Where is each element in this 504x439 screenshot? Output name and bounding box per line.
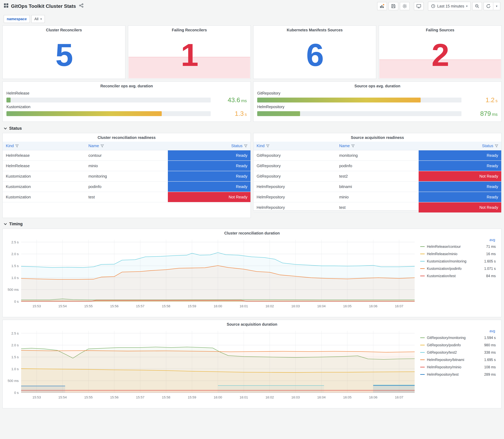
svg-text:15:59: 15:59 — [188, 304, 196, 308]
gauge-panel-reconciler-ops: Reconciler ops avg. duration HelmRelease… — [2, 81, 251, 122]
legend-series-name[interactable]: GitRepository/podinfo — [427, 343, 482, 347]
zoom-out-icon[interactable] — [472, 2, 482, 10]
svg-text:1.0 s: 1.0 s — [11, 367, 19, 371]
tv-mode-icon[interactable] — [414, 2, 424, 10]
table-row: HelmReleaseminioReady — [3, 161, 250, 171]
cell-name: monitoring — [336, 150, 419, 161]
gauge-label: GitRepository — [257, 91, 498, 96]
gauge-fill — [257, 111, 300, 116]
legend-item[interactable]: HelmRepository/test289 ms — [420, 371, 496, 378]
legend-series-name[interactable]: GitRepository/test2 — [427, 350, 482, 354]
variables-row: namespace All ▾ — [0, 12, 504, 25]
column-header-kind[interactable]: Kind — [3, 142, 85, 150]
timeseries-plot[interactable]: 15:5315:5415:5515:5615:5715:5815:5916:00… — [5, 237, 419, 310]
legend-series-name[interactable]: HelmRepository/test — [427, 372, 482, 377]
legend-series-name[interactable]: HelmRelease/minio — [427, 252, 484, 256]
svg-text:0 s: 0 s — [14, 391, 19, 395]
legend-series-name[interactable]: Kustomization/test — [427, 274, 484, 278]
legend-item[interactable]: HelmRepository/minio108 ms — [420, 364, 496, 371]
refresh-icon[interactable] — [483, 2, 493, 10]
chart-panel-cluster-reconciliation-duration: Cluster reconciliation duration 15:5315:… — [2, 229, 502, 317]
section-timing[interactable]: Timing — [2, 219, 502, 229]
filter-icon[interactable] — [15, 144, 19, 147]
cell-status: Ready — [419, 161, 501, 171]
table-row: HelmRepositorytestNot Ready — [254, 202, 501, 213]
cell-name: minio — [85, 161, 168, 171]
legend-series-avg: 1.071 s — [482, 267, 496, 271]
column-header-status[interactable]: Status — [168, 142, 250, 150]
settings-gear-icon[interactable] — [400, 2, 410, 10]
svg-text:16:02: 16:02 — [265, 395, 274, 399]
svg-text:15:55: 15:55 — [84, 304, 93, 308]
svg-text:15:54: 15:54 — [58, 304, 67, 308]
svg-text:16:01: 16:01 — [240, 304, 248, 308]
legend-item[interactable]: HelmRepository/bitnami1.695 s — [420, 356, 496, 364]
cell-status: Ready — [419, 192, 501, 202]
status-badge: Ready — [419, 192, 501, 202]
gauge-value: 43.6ms — [211, 96, 247, 104]
svg-text:2.0 s: 2.0 s — [11, 252, 19, 256]
cell-status: Not Ready — [168, 192, 250, 202]
filter-icon[interactable] — [495, 144, 498, 147]
legend-item[interactable]: GitRepository/test2338 ms — [420, 349, 496, 356]
save-dashboard-button[interactable] — [389, 2, 398, 10]
cell-name: podinfo — [85, 182, 168, 192]
column-header-kind[interactable]: Kind — [254, 142, 336, 150]
column-header-status[interactable]: Status — [419, 142, 501, 150]
column-header-name[interactable]: Name — [336, 142, 419, 150]
add-panel-button[interactable] — [377, 2, 387, 10]
legend-item[interactable]: Kustomization/podinfo1.071 s — [420, 265, 496, 272]
share-icon[interactable] — [79, 3, 84, 9]
panel-title: Cluster reconciliation duration — [3, 229, 501, 237]
chevron-down-icon — [4, 223, 7, 225]
cell-name: bitnami — [336, 182, 419, 192]
svg-text:1.5 s: 1.5 s — [11, 355, 19, 359]
filter-icon[interactable] — [266, 144, 270, 147]
cell-name: minio — [336, 192, 419, 202]
status-badge: Ready — [168, 171, 250, 181]
table-row: GitRepositorymonitoringReady — [254, 150, 501, 161]
section-status[interactable]: Status — [2, 123, 502, 133]
status-badge: Ready — [419, 161, 501, 171]
dashboards-icon — [4, 3, 9, 9]
variable-namespace-dropdown[interactable]: All ▾ — [31, 15, 45, 23]
legend-avg-header[interactable]: avg — [420, 329, 496, 334]
legend-series-name[interactable]: Kustomization/monitoring — [427, 259, 482, 263]
table-row: KustomizationpodinfoReady — [3, 182, 250, 192]
legend-series-name[interactable]: HelmRepository/bitnami — [427, 358, 482, 362]
legend-item[interactable]: HelmRelease/minio16 ms — [420, 250, 496, 257]
legend-series-name[interactable]: GitRepository/monitoring — [427, 336, 482, 340]
svg-text:500 ms: 500 ms — [8, 288, 19, 292]
cell-kind: HelmRelease — [3, 150, 85, 161]
variable-namespace-label[interactable]: namespace — [4, 15, 30, 23]
time-range-picker[interactable]: Last 15 minutes ▾ — [428, 2, 471, 11]
legend-item[interactable]: Kustomization/test84 ms — [420, 272, 496, 280]
cell-name: podinfo — [336, 161, 419, 171]
cell-name: test — [336, 202, 419, 213]
svg-text:500 ms: 500 ms — [8, 379, 19, 383]
svg-text:16:04: 16:04 — [317, 304, 326, 308]
cell-status: Ready — [168, 161, 250, 171]
gauge-value: 879ms — [461, 110, 498, 117]
filter-icon[interactable] — [244, 144, 247, 147]
stat-value: 2 — [379, 31, 501, 79]
svg-text:15:58: 15:58 — [162, 395, 170, 399]
legend-item[interactable]: GitRepository/podinfo980 ms — [420, 341, 496, 349]
svg-text:15:57: 15:57 — [136, 395, 144, 399]
filter-icon[interactable] — [100, 144, 104, 147]
timeseries-plot[interactable]: 15:5315:5415:5515:5615:5715:5815:5916:00… — [5, 328, 419, 401]
legend-avg-header[interactable]: avg — [420, 237, 496, 243]
caret-down-icon: ▾ — [40, 17, 42, 21]
gauge-label: HelmRelease — [6, 91, 247, 96]
legend-item[interactable]: HelmRelease/contour71 ms — [420, 243, 496, 250]
cell-status: Ready — [419, 182, 501, 192]
legend-item[interactable]: GitRepository/monitoring1.594 s — [420, 334, 496, 341]
legend-series-name[interactable]: Kustomization/podinfo — [427, 267, 482, 271]
legend-item[interactable]: Kustomization/monitoring1.605 s — [420, 257, 496, 265]
gauge-value: 1.3s — [211, 110, 247, 117]
legend-series-name[interactable]: HelmRepository/minio — [427, 365, 482, 369]
column-header-name[interactable]: Name — [85, 142, 168, 150]
filter-icon[interactable] — [351, 144, 355, 147]
legend-series-name[interactable]: HelmRelease/contour — [427, 244, 484, 249]
refresh-interval-caret[interactable]: ▾ — [493, 2, 500, 10]
